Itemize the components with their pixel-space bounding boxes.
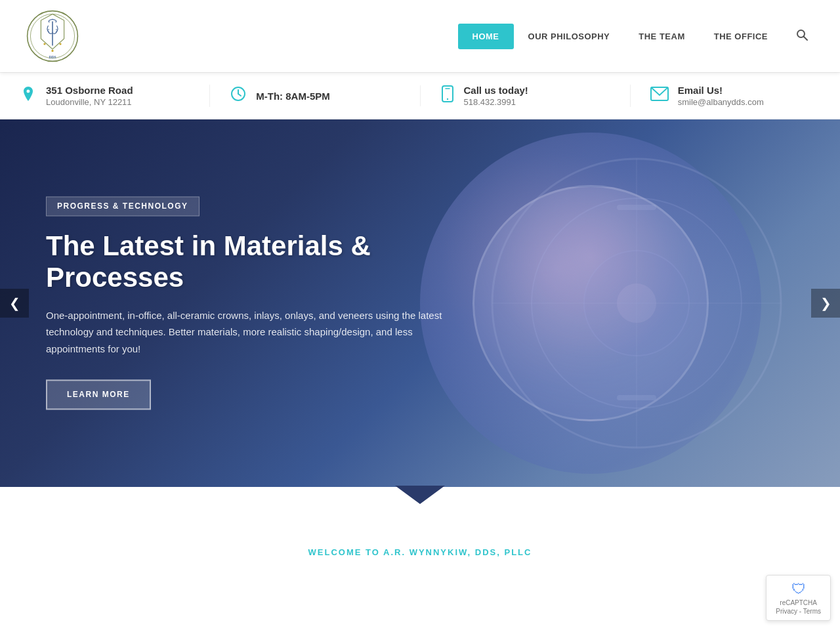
- welcome-label: WELCOME TO A.R. WYNNYKIW, DDS, PLLC: [308, 547, 532, 557]
- email-main: Email Us!: [678, 85, 764, 96]
- svg-line-12: [238, 94, 241, 96]
- info-address: 351 Osborne Road Loudonville, NY 12211: [0, 85, 210, 107]
- address-sub: Loudonville, NY 12211: [46, 97, 133, 107]
- slide-tag: PROGRESS & TECHNOLOGY: [46, 196, 200, 216]
- info-hours: M-Th: 8AM-5PM: [210, 85, 420, 106]
- search-icon: [795, 28, 808, 41]
- logo-area: DDS: [26, 10, 79, 62]
- main-nav: HOME OUR PHILOSOPHY THE TEAM THE OFFICE: [458, 23, 814, 50]
- info-email: Email Us! smile@albanydds.com: [631, 85, 840, 107]
- info-phone: Call us today! 518.432.3991: [421, 85, 631, 107]
- recaptcha-badge: 🛡 reCAPTCHA Privacy - Terms: [766, 575, 831, 582]
- svg-point-6: [59, 43, 61, 45]
- learn-more-button[interactable]: LEARN MORE: [46, 380, 151, 410]
- clock-icon: [230, 85, 247, 106]
- svg-point-5: [51, 50, 53, 52]
- logo-image: DDS: [26, 10, 79, 62]
- header: DDS HOME OUR PHILOSOPHY THE TEAM THE OFF…: [0, 0, 840, 72]
- search-button[interactable]: [790, 23, 814, 50]
- hero-section: PROGRESS & TECHNOLOGY The Latest in Mate…: [0, 119, 840, 487]
- hero-content: PROGRESS & TECHNOLOGY The Latest in Mate…: [46, 196, 466, 410]
- nav-office[interactable]: THE OFFICE: [700, 24, 782, 49]
- location-icon: [20, 85, 37, 106]
- recaptcha-logo: 🛡: [791, 581, 806, 582]
- nav-philosophy[interactable]: OUR PHILOSOPHY: [514, 24, 625, 49]
- phone-main: Call us today!: [464, 85, 528, 96]
- address-main: 351 Osborne Road: [46, 85, 133, 96]
- svg-text:DDS: DDS: [49, 55, 56, 59]
- chevron-shape: [395, 486, 445, 504]
- chevron-divider: [0, 487, 840, 508]
- nav-home[interactable]: HOME: [458, 24, 514, 49]
- nav-team[interactable]: THE TEAM: [624, 24, 699, 49]
- info-bar: 351 Osborne Road Loudonville, NY 12211 M…: [0, 72, 840, 119]
- slider-prev-arrow[interactable]: ❮: [0, 289, 29, 318]
- phone-icon: [440, 85, 455, 106]
- dental-equipment-graphic: [472, 139, 801, 467]
- svg-line-9: [804, 36, 808, 40]
- svg-rect-23: [617, 205, 656, 210]
- phone-sub: 518.432.3991: [464, 97, 528, 107]
- below-hero-section: WELCOME TO A.R. WYNNYKIW, DDS, PLLC: [0, 508, 840, 582]
- email-sub: smile@albanydds.com: [678, 97, 764, 107]
- slide-description: One-appointment, in-office, all-ceramic …: [46, 307, 466, 358]
- slider-next-arrow[interactable]: ❯: [811, 289, 840, 318]
- svg-rect-24: [617, 395, 656, 400]
- slide-title: The Latest in Materials & Processes: [46, 230, 466, 294]
- email-icon: [650, 87, 669, 105]
- svg-point-14: [446, 98, 448, 100]
- svg-point-4: [43, 43, 45, 45]
- hours-main: M-Th: 8AM-5PM: [256, 91, 330, 102]
